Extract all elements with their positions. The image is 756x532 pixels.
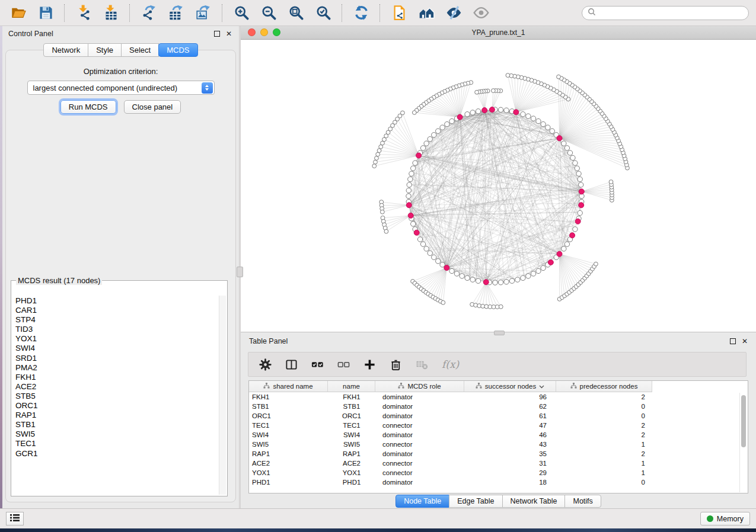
vertical-splitter-grip[interactable] xyxy=(237,267,243,277)
split-panel-button[interactable] xyxy=(285,358,298,371)
add-column-icon xyxy=(363,358,376,371)
mcds-result-item[interactable]: TEC1 xyxy=(15,439,227,448)
table-row[interactable]: TEC1TEC1connector472 xyxy=(249,421,748,430)
show-graphics-details-button[interactable] xyxy=(470,3,492,23)
mcds-result-item[interactable]: ACE2 xyxy=(15,382,227,392)
table-row[interactable]: RAP1RAP1dominator352 xyxy=(249,449,748,459)
window-close-icon[interactable] xyxy=(248,28,256,36)
network-overview-button[interactable] xyxy=(415,3,438,23)
network-overview-icon xyxy=(419,5,435,21)
column-settings-button[interactable] xyxy=(259,358,272,371)
mcds-result-item[interactable]: SWI5 xyxy=(15,430,227,439)
window-zoom-icon[interactable] xyxy=(273,28,280,36)
column-header-shared-name[interactable]: shared name xyxy=(249,381,328,392)
run-mcds-button[interactable]: Run MCDS xyxy=(60,100,116,114)
import-table-button[interactable] xyxy=(100,3,122,23)
cell: ORC1 xyxy=(249,412,328,419)
refresh-network-button[interactable] xyxy=(350,3,372,23)
zoom-selected-button[interactable] xyxy=(312,3,334,23)
cell: 62 xyxy=(464,403,556,410)
function-builder-button: f(x) xyxy=(442,358,459,370)
network-canvas[interactable] xyxy=(241,40,756,332)
hide-graphics-details-button[interactable] xyxy=(442,3,465,23)
mcds-result-item[interactable]: STB1 xyxy=(15,420,227,430)
float-table-panel-icon[interactable] xyxy=(730,338,736,344)
mcds-result-item[interactable]: RAP1 xyxy=(15,411,227,420)
zoom-in-button[interactable] xyxy=(230,3,253,23)
zoom-out-button[interactable] xyxy=(257,3,280,23)
mcds-result-item[interactable]: SWI4 xyxy=(15,344,227,353)
table-row[interactable]: PHD1PHD1dominator180 xyxy=(249,477,748,487)
import-network-button[interactable] xyxy=(72,3,95,23)
toolbar-group xyxy=(72,3,122,23)
mcds-result-item[interactable]: ORC1 xyxy=(15,401,227,411)
table-row[interactable]: YOX1YOX1connector291 xyxy=(249,468,748,477)
network-window-titlebar[interactable]: YPA_prune.txt_1 xyxy=(241,26,756,40)
tab-motifs[interactable]: Motifs xyxy=(564,495,601,508)
mcds-result-item[interactable]: SRD1 xyxy=(15,354,227,363)
delete-table-icon xyxy=(416,358,428,371)
column-type-icon xyxy=(570,383,577,390)
close-panel-icon[interactable]: ✕ xyxy=(226,30,232,37)
mcds-result-item[interactable]: FKH1 xyxy=(15,373,227,382)
mcds-result-item[interactable]: GCR1 xyxy=(15,449,227,459)
horizontal-splitter-grip[interactable] xyxy=(494,331,505,335)
share-network-document-button[interactable] xyxy=(388,3,410,23)
table-row[interactable]: STB1STB1dominator620 xyxy=(249,402,748,411)
table-row[interactable]: SWI4SWI4dominator462 xyxy=(249,430,748,440)
mcds-result-item[interactable]: CAR1 xyxy=(15,306,227,315)
tab-network-table[interactable]: Network Table xyxy=(502,495,566,508)
table-row[interactable]: FKH1FKH1dominator962 xyxy=(249,392,748,402)
mcds-result-item[interactable]: TID3 xyxy=(15,325,227,334)
mcds-result-scrollbar[interactable] xyxy=(219,296,226,495)
table-row[interactable]: SWI5SWI5connector431 xyxy=(249,440,748,449)
tab-network[interactable]: Network xyxy=(43,43,88,57)
show-panels-menu-button[interactable] xyxy=(6,512,24,525)
column-header-successor-nodes[interactable]: successor nodes xyxy=(464,381,556,392)
cell: 1 xyxy=(556,441,652,448)
cell: PHD1 xyxy=(249,479,328,486)
export-network-button[interactable] xyxy=(138,3,160,23)
open-session-button[interactable] xyxy=(7,3,30,23)
tab-edge-table[interactable]: Edge Table xyxy=(449,495,502,508)
zoom-fit-button[interactable] xyxy=(285,3,307,23)
mcds-result-list[interactable]: PHD1CAR1STP4TID3YOX1SWI4SRD1PMA2FKH1ACE2… xyxy=(11,296,227,496)
close-table-panel-icon[interactable]: ✕ xyxy=(742,338,748,345)
mcds-result-item[interactable]: STP4 xyxy=(15,315,227,325)
tab-mcds[interactable]: MCDS xyxy=(158,43,197,57)
tab-select[interactable]: Select xyxy=(121,43,159,57)
search-box[interactable] xyxy=(582,6,749,20)
mcds-result-item[interactable]: STB5 xyxy=(15,392,227,401)
zoom-in-icon xyxy=(234,5,250,21)
import-table-icon xyxy=(103,5,119,21)
control-panel: Control Panel ✕ NetworkStyleSelectMCDS O… xyxy=(2,26,239,508)
window-minimize-icon[interactable] xyxy=(260,28,268,36)
search-icon xyxy=(588,8,596,18)
search-input[interactable] xyxy=(599,8,743,18)
column-header-MCDS-role[interactable]: MCDS role xyxy=(375,381,464,392)
cell: YOX1 xyxy=(249,469,328,476)
add-column-button[interactable] xyxy=(363,358,376,371)
tab-node-table[interactable]: Node Table xyxy=(395,495,449,508)
tab-style[interactable]: Style xyxy=(88,43,122,57)
table-scrollbar[interactable] xyxy=(739,393,747,492)
save-session-button[interactable] xyxy=(34,3,57,23)
export-table-button[interactable] xyxy=(165,3,187,23)
delete-column-button[interactable] xyxy=(390,358,402,371)
mcds-result-item[interactable]: PMA2 xyxy=(15,363,227,373)
close-panel-button[interactable]: Close panel xyxy=(124,100,181,114)
select-all-columns-button[interactable] xyxy=(311,358,324,371)
column-header-name[interactable]: name xyxy=(328,381,375,392)
float-panel-icon[interactable] xyxy=(214,31,220,37)
mcds-result-item[interactable]: YOX1 xyxy=(15,334,227,344)
deselect-all-columns-button[interactable] xyxy=(337,358,350,371)
memory-button[interactable]: Memory xyxy=(700,512,750,525)
table-row[interactable]: ACE2ACE2connector311 xyxy=(249,459,748,468)
optimization-criterion-select[interactable]: largest connected component (undirected) xyxy=(27,81,215,95)
mcds-result-item[interactable]: PHD1 xyxy=(15,296,227,306)
column-header-predecessor-nodes[interactable]: predecessor nodes xyxy=(556,381,652,392)
table-scrollbar-thumb[interactable] xyxy=(741,395,746,447)
table-row[interactable]: ORC1ORC1dominator610 xyxy=(249,411,748,421)
cell: YOX1 xyxy=(328,469,375,476)
export-image-button[interactable] xyxy=(192,3,215,23)
